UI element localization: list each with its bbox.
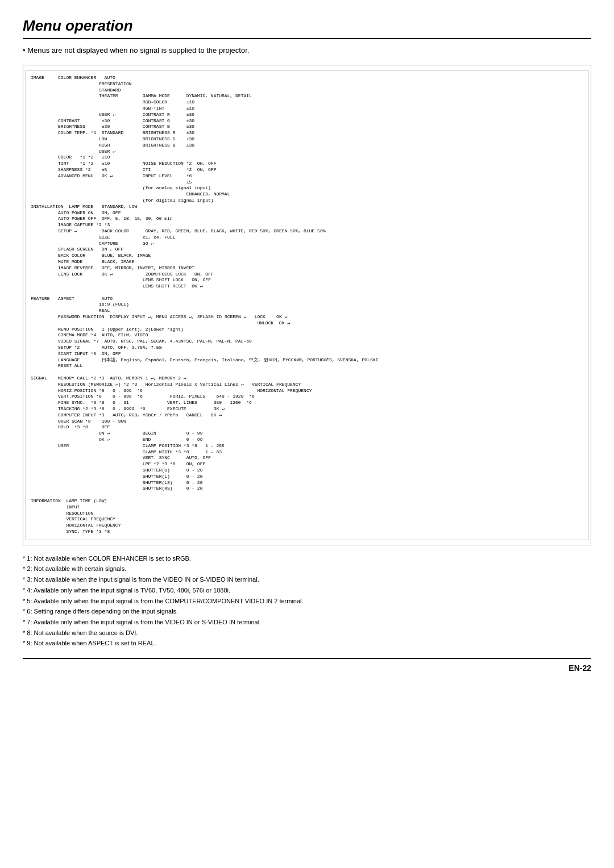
footnote-3: * 3: Not available when the input signal… [23, 574, 591, 585]
footnote-9: * 9: Not available when ASPECT is set to… [23, 638, 591, 649]
footnote-4: * 4: Available only when the input signa… [23, 585, 591, 596]
page-number: EN-22 [23, 658, 591, 673]
footnote-6: * 6: Setting range differs depending on … [23, 606, 591, 617]
footnote-2: * 2: Not available with certain signals. [23, 564, 591, 574]
page-title: Menu operation [23, 17, 591, 39]
footnote-1: * 1: Not available when COLOR ENHANCER i… [23, 553, 591, 564]
footnotes-section: * 1: Not available when COLOR ENHANCER i… [23, 553, 591, 649]
diagram-content: IMAGE COLOR ENHANCER AUTO PRESENTATION S… [26, 70, 588, 540]
footnote-5: * 5: Available only when the input signa… [23, 596, 591, 607]
footnote-8: * 8: Not available when the source is DV… [23, 628, 591, 639]
intro-text: Menus are not displayed when no signal i… [23, 46, 591, 55]
footnote-7: * 7: Available only when the input signa… [23, 617, 591, 628]
menu-diagram: IMAGE COLOR ENHANCER AUTO PRESENTATION S… [23, 65, 591, 545]
